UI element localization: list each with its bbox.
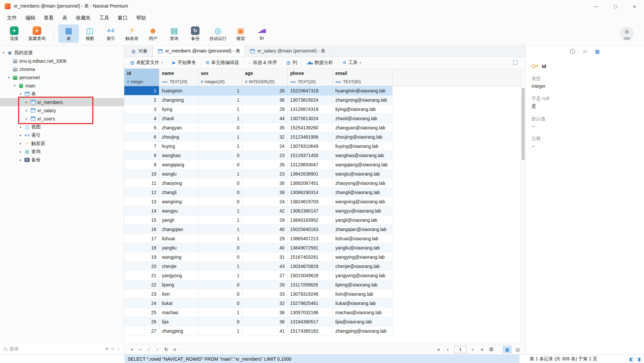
table-row[interactable]: 10wanglu12313842638901wanglu@xiaorang.la…	[124, 169, 392, 179]
caret-icon[interactable]: ▾	[18, 92, 23, 96]
table-row[interactable]: 25machao13813097032186machao@xiaorang.la…	[124, 308, 392, 317]
grid-cell[interactable]: 23	[242, 151, 288, 160]
grid-cell[interactable]: lixin	[159, 289, 198, 299]
grid-cell[interactable]: 0	[198, 243, 242, 252]
grid-cell[interactable]: huangmin@xiaorang.lab	[333, 86, 392, 95]
grid-cell[interactable]: yangyong	[159, 271, 198, 280]
grid-cell[interactable]: zhaoyong	[159, 179, 198, 188]
avatar[interactable]	[620, 27, 633, 40]
cell-editor-button[interactable]: ⊞单元格编辑器	[203, 58, 242, 67]
menu-item[interactable]: 收藏夹	[72, 13, 95, 23]
grid-cell[interactable]: 28	[242, 280, 288, 289]
close-button[interactable]: ×	[625, 0, 644, 13]
grid-view-button[interactable]: ▦	[503, 346, 511, 353]
grid-cell[interactable]: 15	[124, 215, 159, 225]
table-row[interactable]: 7liuying12413078310649liuying@xiaorang.l…	[124, 142, 392, 151]
grid-cell[interactable]: 30	[242, 179, 288, 188]
grid-cell[interactable]: liuying	[159, 142, 198, 151]
grid-cell[interactable]: zhangyan	[159, 123, 198, 132]
collapse-icon[interactable]: ↕	[116, 346, 121, 351]
next-page-button[interactable]: ›	[470, 346, 476, 352]
caret-icon[interactable]: ▸	[24, 109, 29, 112]
table-row[interactable]: 8wanghao02315128371450wanghao@xiaorang.l…	[124, 151, 392, 160]
tools-button[interactable]: ⚙工具▾	[340, 58, 364, 67]
grid-cell[interactable]: wanghao	[159, 151, 198, 160]
grid-cell[interactable]: 13842638901	[288, 169, 333, 179]
filter-icon[interactable]: ≡	[104, 346, 109, 351]
column-header-email[interactable]: emailABCTEXT(50)	[333, 69, 392, 86]
table-row[interactable]: 12zhangli03913086290314zhangli@xiaorang.…	[124, 188, 392, 197]
tree-item-backups-folder[interactable]: ▸↻备份	[0, 156, 124, 164]
grid-cell[interactable]: wangying	[159, 252, 198, 262]
toolbar-button-automation[interactable]: ◎自动运行	[206, 24, 230, 43]
data-analysis-button[interactable]: ▂▆▃数据分析	[304, 58, 336, 67]
grid-cell[interactable]: 9	[124, 160, 159, 169]
grid-cell[interactable]: liying@xiaorang.lab	[333, 105, 392, 114]
maximize-button[interactable]: □	[606, 0, 625, 13]
columns-button[interactable]: ▥列	[284, 58, 300, 67]
toolbar-button-backup[interactable]: ↻备份	[185, 24, 205, 43]
table-profile-button[interactable]: ▤表配置文件▾	[128, 58, 166, 67]
caret-icon[interactable]: ▸	[18, 125, 23, 129]
grid-cell[interactable]: zhaoli	[159, 114, 198, 123]
tree-item-xr-users-table[interactable]: ▸xr_users	[0, 115, 124, 123]
table-row[interactable]: 27zhangping14115174385162zhangping@xiaor…	[124, 326, 392, 336]
table-row[interactable]: 22lipeng02813117059826lipeng@xiaorang.la…	[124, 280, 392, 289]
grid-cell[interactable]: zhangrong	[159, 95, 198, 105]
grid-cell[interactable]: 1	[198, 326, 242, 336]
toolbar-button-trigger[interactable]: ⚡触发器	[122, 24, 142, 43]
grid-cell[interactable]: wangqiang	[159, 160, 198, 169]
caret-icon[interactable]: ▾	[13, 84, 17, 87]
grid-cell[interactable]: 1	[198, 225, 242, 234]
grid-cell[interactable]: wangyu	[159, 206, 198, 215]
grid-cell[interactable]: 0	[198, 299, 242, 308]
panel-toggle-left-icon[interactable]: ◧	[629, 356, 634, 362]
grid-cell[interactable]: 0	[198, 151, 242, 160]
grid-cell[interactable]: 38	[242, 308, 288, 317]
grid-cell[interactable]: huangmin	[159, 86, 198, 95]
grid-cell[interactable]: 1	[198, 142, 242, 151]
table-row[interactable]: 21yangyong12715015049628yangyong@xiaoran…	[124, 271, 392, 280]
grid-cell[interactable]: yangliu@xiaorang.lab	[333, 243, 392, 252]
add-record-button[interactable]: +	[128, 346, 136, 352]
form-view-button[interactable]: ▤	[513, 346, 522, 353]
grid-cell[interactable]: 19	[124, 252, 159, 262]
tree-item-triggers-folder[interactable]: ▸⚡触发器	[0, 139, 124, 148]
grid-cell[interactable]: 1	[198, 234, 242, 243]
grid-cell[interactable]: 13849072581	[288, 243, 333, 252]
grid-cell[interactable]: 40	[242, 225, 288, 234]
grid-cell[interactable]: zhoujing@xiaorang.lab	[333, 132, 392, 142]
grid-cell[interactable]: 27	[124, 326, 159, 336]
grid-cell[interactable]: 13840183952	[288, 215, 333, 225]
grid-cell[interactable]: zhangqian@xiaorang.lab	[333, 225, 392, 234]
grid-cell[interactable]: 13885407213	[288, 234, 333, 243]
vertical-scrollbar[interactable]	[521, 69, 525, 344]
grid-cell[interactable]: 15015049628	[288, 271, 333, 280]
grid-cell[interactable]: 27	[242, 271, 288, 280]
grid-cell[interactable]: 31	[242, 252, 288, 262]
table-row[interactable]: 3liying12913126874319liying@xiaorang.lab	[124, 105, 392, 114]
last-page-button[interactable]: »	[479, 346, 485, 352]
grid-cell[interactable]: 32	[242, 132, 288, 142]
toolbar-button-connect[interactable]: +连接	[4, 24, 24, 43]
grid-cell[interactable]: 38	[242, 317, 288, 326]
menu-item[interactable]: 帮助	[132, 13, 150, 23]
grid-cell[interactable]: 8	[124, 151, 159, 160]
tree-item-main-database[interactable]: ▾main	[0, 82, 124, 90]
grid-cell[interactable]: 13892067451	[288, 179, 333, 188]
toolbar-button-view[interactable]: ◫视图	[79, 24, 100, 43]
grid-cell[interactable]: zhangli	[159, 188, 198, 197]
grid-cell[interactable]: 0	[198, 252, 242, 262]
grid-cell[interactable]: lijia@xiaorang.lab	[333, 317, 392, 326]
grid-cell[interactable]: 14	[124, 206, 159, 215]
table-row[interactable]: 5zhangyan03515254139260zhangyan@xiaorang…	[124, 123, 392, 132]
grid-cell[interactable]: 13117059826	[288, 280, 333, 289]
grid-cell[interactable]: 25	[124, 308, 159, 317]
caret-icon[interactable]: ▾	[1, 51, 6, 54]
table-row[interactable]: 6zhoujing13215123481906zhoujing@xiaorang…	[124, 132, 392, 142]
grid-cell[interactable]: 13129653047	[288, 160, 333, 169]
grid-cell[interactable]: 1	[198, 206, 242, 215]
grid-cell[interactable]: 13034670829	[288, 262, 333, 271]
tree-item-env-connection[interactable]: env.xj.edisec.net_3306	[0, 57, 124, 65]
grid-cell[interactable]: 15174385162	[288, 326, 333, 336]
